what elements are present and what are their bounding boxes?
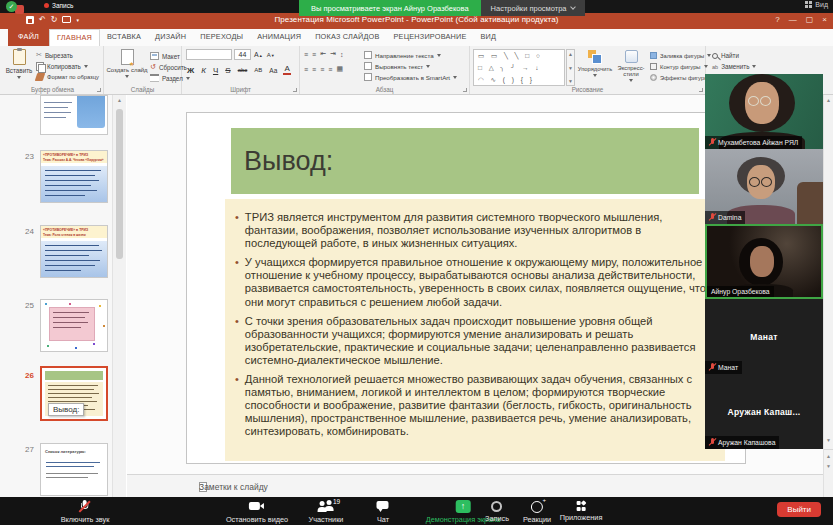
dialog-launcher-icon[interactable] (293, 88, 297, 92)
text-shadow-button[interactable]: abc (237, 67, 249, 73)
slide-canvas[interactable]: Вывод: •ТРИЗ является инструментом для р… (186, 112, 746, 464)
record-button[interactable]: Запись (485, 500, 509, 523)
stop-video-button[interactable]: Остановить видео (226, 500, 288, 524)
grid-view-icon (805, 1, 812, 8)
leave-button[interactable]: Выйти (777, 502, 821, 517)
participant-tile-1[interactable]: Мухамбетова Айжан РЯЛ (705, 74, 823, 149)
tab-view[interactable]: ВИД (474, 29, 504, 46)
preview-line (46, 477, 88, 478)
numbering-icon[interactable]: ≡ (312, 51, 316, 58)
view-options-button[interactable]: Настройки просмотра (481, 0, 585, 16)
apps-button[interactable]: Приложения (560, 500, 603, 522)
shapes-scrollbar[interactable]: ▲▼▼ (566, 49, 575, 86)
thumbnails-scrollbar[interactable]: ▲ (112, 95, 126, 497)
new-slide-button[interactable]: Создать слайд (106, 49, 148, 78)
grow-font-button[interactable]: А▲ (253, 51, 264, 58)
window-controls[interactable]: ? — ▢ × (775, 15, 827, 24)
slide-title-box[interactable]: Вывод: (231, 128, 699, 194)
find-button[interactable]: Найти (712, 52, 739, 59)
recording-indicator: Запись (44, 2, 73, 9)
tab-home[interactable]: ГЛАВНАЯ (49, 29, 100, 46)
tab-slideshow[interactable]: ПОКАЗ СЛАЙДОВ (308, 29, 386, 46)
change-case-button[interactable]: Аа (268, 67, 278, 74)
thumbnail-slide-25[interactable] (40, 299, 108, 352)
dialog-launcher-icon[interactable] (97, 88, 101, 92)
tab-review[interactable]: РЕЦЕНЗИРОВАНИЕ (387, 29, 474, 46)
justify-icon[interactable]: ≡ (328, 66, 332, 73)
quick-styles-button[interactable]: Экспресс-стили (614, 50, 648, 82)
preview-line (45, 180, 99, 181)
preview-line (45, 195, 85, 196)
character-spacing-button[interactable]: АВ (253, 67, 263, 73)
chat-button[interactable]: Чат (377, 500, 390, 524)
copy-button[interactable]: Копировать (36, 62, 88, 71)
shape-outline-button[interactable]: Контур фигуры (650, 63, 708, 70)
convert-smartart-button[interactable]: Преобразовать в SmartArt (364, 73, 457, 81)
previous-slide-button[interactable]: ▲ (824, 449, 833, 459)
dialog-launcher-icon[interactable] (699, 88, 703, 92)
dialog-launcher-icon[interactable] (463, 88, 467, 92)
tab-file[interactable]: ФАЙЛ (8, 29, 49, 46)
reactions-button[interactable]: Реакции (523, 500, 551, 524)
bullet-icon: • (235, 373, 239, 438)
quick-styles-icon (625, 50, 638, 63)
tab-design[interactable]: ДИЗАЙН (148, 29, 193, 46)
participant-tile-4[interactable]: Манат Манат (705, 299, 823, 374)
bullets-icon[interactable]: ≡ (304, 51, 308, 58)
help-icon[interactable]: ? (775, 15, 779, 24)
align-center-icon[interactable]: ≡ (312, 66, 316, 73)
next-slide-button[interactable]: ▼ (824, 463, 833, 469)
layout-button[interactable]: Макет (150, 52, 180, 60)
unmute-button[interactable]: Включить звук (61, 500, 110, 524)
align-left-icon[interactable]: ≡ (304, 66, 308, 73)
minimize-icon[interactable]: — (789, 15, 797, 24)
underline-button[interactable]: Ч (212, 66, 219, 75)
strikethrough-button[interactable]: S (224, 66, 231, 75)
slide-body-box[interactable]: •ТРИЗ является инструментом для развития… (225, 199, 725, 461)
tab-insert[interactable]: ВСТАВКА (100, 29, 148, 46)
thumbnail-slide-27[interactable]: Список литературы: (40, 443, 108, 496)
shape-fill-button[interactable]: Заливка фигуры (650, 52, 711, 59)
italic-button[interactable]: К (200, 66, 207, 75)
zoom-view-button[interactable]: Вид (805, 1, 828, 8)
participant-tile-5[interactable]: Аружан Капаш... Аружан Капашова (705, 374, 823, 449)
shapes-gallery[interactable]: ▭ ▭ ╲ ╲ □ ○ □ △ ╮ ╯ → ↓ ◠ ∿ ( ) { } (473, 49, 565, 86)
line-spacing-icon[interactable]: ↕ (340, 51, 344, 58)
columns-icon[interactable]: ▦ (336, 65, 343, 73)
main-scrollbar[interactable]: ▲ ▼ ▲ ▼ (823, 95, 833, 497)
scrollbar-thumb[interactable] (116, 109, 123, 259)
cut-button[interactable]: ✂Вырезать (36, 51, 73, 59)
scroll-up-icon[interactable]: ▲ (113, 97, 126, 103)
replace-button[interactable]: abЗаменить (712, 63, 756, 70)
scroll-down-icon[interactable]: ▼ (824, 437, 833, 443)
bold-button[interactable]: Ж (186, 66, 195, 75)
increase-indent-icon[interactable]: ⇥ (330, 50, 336, 58)
tab-animations[interactable]: АНИМАЦИЯ (250, 29, 308, 46)
format-painter-button[interactable]: Формат по образцу (36, 73, 99, 81)
tab-transitions[interactable]: ПЕРЕХОДЫ (193, 29, 250, 46)
align-right-icon[interactable]: ≡ (320, 66, 324, 73)
close-icon[interactable]: × (822, 15, 827, 24)
reset-icon: ↺ (150, 63, 156, 71)
paste-button[interactable]: Вставить (5, 49, 33, 79)
thumbnail-slide-24[interactable]: «ПРОТИВОРЕЧИЕ» в ТРИЗ Тема: Роль чтения … (40, 225, 108, 278)
preview-line (53, 322, 88, 323)
decrease-indent-icon[interactable]: ⇤ (320, 50, 326, 58)
font-name-input[interactable] (186, 49, 232, 60)
thumbnail-slide-23[interactable]: «ПРОТИВОРЕЧИЕ» в ТРИЗ Тема: Рассказ А.А.… (40, 150, 108, 203)
align-text-button[interactable]: Выровнять текст (364, 62, 430, 70)
arrange-button[interactable]: Упорядочить (578, 50, 612, 77)
participants-button[interactable]: 19 Участники (309, 500, 344, 524)
thumbnail-slide-22-partial[interactable] (40, 95, 108, 135)
scroll-up-icon[interactable]: ▲ (824, 97, 833, 103)
font-size-input[interactable]: 44 (234, 49, 251, 60)
text-direction-button[interactable]: Направление текста (364, 51, 441, 59)
muted-mic-icon (709, 213, 715, 222)
shrink-font-button[interactable]: А▼ (266, 52, 276, 58)
notes-bar[interactable]: Заметки к слайду (127, 474, 833, 497)
shield-check-icon: ✓ (6, 1, 17, 12)
participant-tile-3-active-speaker[interactable]: Айнур Оразбекова (705, 224, 823, 299)
restore-icon[interactable]: ▢ (806, 15, 814, 24)
font-color-button[interactable]: А (283, 65, 290, 75)
participant-tile-2[interactable]: Damina (705, 149, 823, 224)
